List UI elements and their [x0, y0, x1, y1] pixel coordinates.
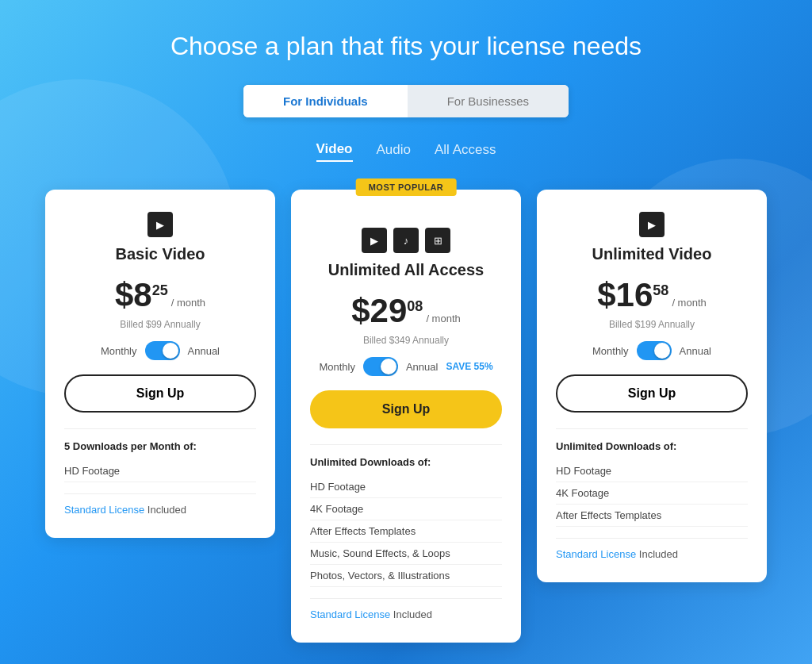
unlimited-video-card: ▶ Unlimited Video $16 58 / month Billed …: [537, 190, 767, 582]
card-icons-basic: ▶: [64, 212, 256, 237]
price-row-unlimited: $16 58 / month: [556, 276, 748, 314]
audio-icon-all: ♪: [393, 228, 419, 253]
page-wrapper: Choose a plan that fits your license nee…: [0, 0, 812, 664]
video-icon-unlimited: ▶: [639, 212, 665, 237]
businesses-tab[interactable]: For Businesses: [408, 85, 569, 117]
billed-text-all-access: Billed $349 Annually: [310, 335, 502, 346]
video-tab[interactable]: Video: [316, 141, 353, 162]
feature-music-all: Music, Sound Effects, & Loops: [310, 543, 502, 565]
audio-tab[interactable]: Audio: [377, 141, 411, 162]
license-row-basic: Standard License Included: [64, 493, 256, 516]
card-title-all-access: Unlimited All Access: [310, 261, 502, 279]
price-period-basic: / month: [171, 297, 205, 309]
license-suffix-unlimited: Included: [636, 548, 678, 560]
price-cents-unlimited: 58: [653, 282, 668, 299]
signup-button-unlimited[interactable]: Sign Up: [556, 374, 748, 413]
individuals-tab[interactable]: For Individuals: [243, 85, 408, 117]
feature-ae-all: After Effects Templates: [310, 520, 502, 543]
all-access-tab[interactable]: All Access: [435, 141, 496, 162]
pricing-cards: ▶ Basic Video $8 25 / month Billed $99 A…: [45, 190, 767, 643]
category-tabs: Video Audio All Access: [316, 141, 496, 162]
features-title-basic: 5 Downloads per Month of:: [64, 440, 256, 452]
feature-photos-all: Photos, Vectors, & Illustrations: [310, 565, 502, 587]
license-link-basic[interactable]: Standard License: [64, 504, 144, 516]
card-title-basic: Basic Video: [64, 245, 256, 263]
feature-4k-unlimited: 4K Footage: [556, 482, 748, 505]
price-period-unlimited: / month: [672, 297, 706, 309]
license-link-unlimited[interactable]: Standard License: [556, 548, 636, 560]
feature-hd-basic: HD Footage: [64, 460, 256, 482]
billed-text-basic: Billed $99 Annually: [64, 319, 256, 330]
card-icons-all-access: ▶ ♪ ⊞: [310, 228, 502, 253]
most-popular-badge: MOST POPULAR: [356, 178, 457, 196]
price-cents-all-access: 08: [407, 298, 423, 315]
annual-label-all: Annual: [406, 361, 438, 373]
page-title: Choose a plan that fits your license nee…: [170, 32, 642, 61]
video-icon: ▶: [147, 212, 173, 237]
license-row-unlimited: Standard License Included: [556, 538, 748, 560]
license-link-all[interactable]: Standard License: [310, 608, 390, 620]
billing-toggle-basic[interactable]: [145, 341, 180, 360]
features-title-unlimited: Unlimited Downloads of:: [556, 440, 748, 452]
annual-label-unlimited: Annual: [680, 345, 711, 357]
save-badge-all: SAVE 55%: [446, 361, 492, 372]
price-main-basic: $8: [115, 276, 152, 314]
billing-toggle-unlimited[interactable]: [637, 341, 672, 360]
license-type-switcher: For Individuals For Businesses: [243, 85, 569, 117]
feature-4k-all: 4K Footage: [310, 498, 502, 520]
price-main-all-access: $29: [351, 292, 407, 330]
video-icon-all: ▶: [362, 228, 387, 253]
photo-icon-all: ⊞: [425, 228, 450, 253]
toggle-row-unlimited: Monthly Annual: [556, 341, 748, 360]
feature-hd-unlimited: HD Footage: [556, 460, 748, 482]
feature-ae-unlimited: After Effects Templates: [556, 505, 748, 527]
basic-video-card: ▶ Basic Video $8 25 / month Billed $99 A…: [45, 190, 275, 538]
monthly-label-all: Monthly: [319, 361, 355, 373]
signup-button-all-access[interactable]: Sign Up: [310, 390, 502, 428]
price-period-all-access: / month: [426, 313, 460, 324]
toggle-row-basic: Monthly Annual: [64, 341, 256, 360]
price-cents-basic: 25: [152, 282, 168, 299]
divider-unlimited: [556, 428, 748, 429]
toggle-row-all-access: Monthly Annual SAVE 55%: [310, 357, 502, 376]
card-title-unlimited: Unlimited Video: [556, 245, 748, 263]
license-suffix-basic: Included: [144, 504, 186, 516]
annual-label-basic: Annual: [188, 345, 220, 357]
divider-all-access: [310, 444, 502, 445]
signup-button-basic[interactable]: Sign Up: [64, 374, 256, 413]
divider-basic: [64, 428, 256, 429]
price-main-unlimited: $16: [597, 276, 653, 314]
billing-toggle-all[interactable]: [363, 357, 398, 376]
price-row-all-access: $29 08 / month: [310, 292, 502, 330]
price-row-basic: $8 25 / month: [64, 276, 256, 314]
features-title-all: Unlimited Downloads of:: [310, 456, 502, 468]
license-suffix-all: Included: [390, 608, 432, 620]
billed-text-unlimited: Billed $199 Annually: [556, 319, 748, 330]
monthly-label-basic: Monthly: [101, 345, 137, 357]
all-access-card: MOST POPULAR ▶ ♪ ⊞ Unlimited All Access …: [291, 190, 521, 643]
card-icons-unlimited: ▶: [556, 212, 748, 237]
monthly-label-unlimited: Monthly: [592, 345, 629, 357]
feature-hd-all: HD Footage: [310, 476, 502, 498]
license-row-all: Standard License Included: [310, 598, 502, 620]
